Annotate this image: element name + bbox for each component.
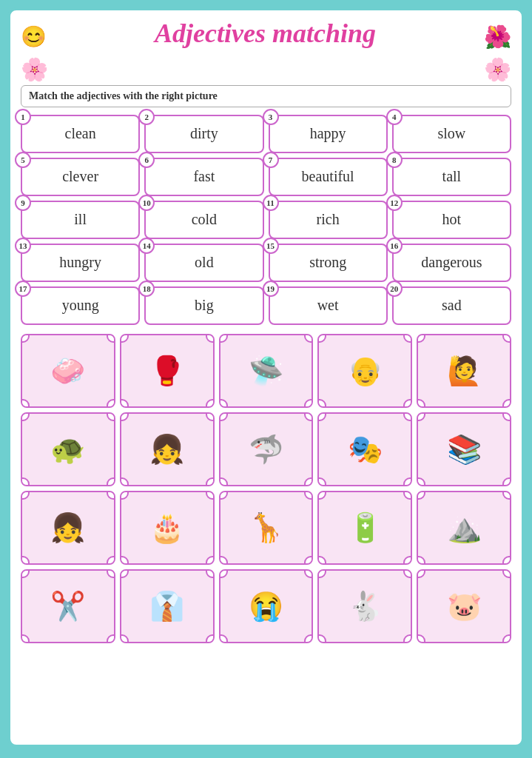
adj-card-8: 8 tall — [392, 158, 511, 196]
pic-emoji-16: ✂️ — [50, 592, 85, 620]
instruction-box: Match the adjectives with the right pict… — [21, 85, 511, 107]
adj-num-4: 4 — [386, 109, 403, 125]
corner-tr — [502, 569, 511, 578]
adj-card-2: 2 dirty — [144, 115, 263, 153]
pic-card-8: 🦈 — [219, 412, 314, 486]
adj-card-19: 19 wet — [269, 286, 388, 325]
corner-tr — [107, 491, 115, 500]
adj-num-5: 5 — [15, 152, 31, 168]
corner-br — [403, 556, 412, 565]
corner-br — [107, 556, 115, 565]
corner-tr — [304, 569, 313, 578]
adj-num-12: 12 — [386, 195, 403, 211]
adj-card-16: 16 dangerous — [392, 244, 511, 282]
pic-card-3: 🛸 — [219, 334, 314, 408]
adj-card-14: 14 old — [144, 244, 263, 282]
adj-num-16: 16 — [386, 238, 403, 254]
header-decos: 😊 Adjectives matching 🌺 — [21, 18, 511, 55]
pic-emoji-3: 🛸 — [249, 357, 283, 385]
corner-tl — [317, 569, 326, 578]
pic-emoji-11: 👧 — [50, 514, 85, 542]
title-text: Adjectives matching — [155, 19, 376, 48]
pic-emoji-6: 🐢 — [50, 435, 85, 463]
adj-card-10: 10 cold — [144, 201, 263, 239]
corner-br — [403, 399, 412, 408]
flower-right-icon: 🌺 — [484, 24, 511, 50]
adj-num-2: 2 — [138, 109, 155, 125]
corner-tr — [206, 412, 215, 421]
corner-br — [304, 477, 313, 486]
flower-row: 🌸 🌸 — [21, 56, 511, 82]
corner-tl — [120, 491, 129, 500]
adj-num-19: 19 — [263, 281, 279, 297]
corner-tl — [21, 334, 30, 343]
corner-bl — [417, 477, 425, 486]
corner-bl — [219, 477, 228, 486]
pic-card-17: 👔 — [120, 569, 215, 643]
corner-bl — [417, 399, 425, 408]
corner-bl — [317, 477, 326, 486]
corner-tr — [206, 334, 215, 343]
pic-emoji-19: 🐇 — [348, 592, 383, 620]
corner-br — [206, 399, 215, 408]
corner-br — [107, 634, 115, 643]
corner-tr — [304, 412, 313, 421]
adj-num-7: 7 — [263, 152, 279, 168]
corner-br — [502, 477, 511, 486]
adj-word-3: happy — [310, 125, 346, 142]
pic-card-6: 🐢 — [21, 412, 115, 486]
pic-emoji-4: 👴 — [348, 357, 383, 385]
corner-tr — [107, 334, 115, 343]
adj-card-7: 7 beautiful — [269, 158, 388, 196]
corner-tl — [219, 334, 228, 343]
adj-word-20: sad — [442, 297, 462, 314]
adj-word-1: clean — [65, 125, 96, 142]
pic-emoji-10: 📚 — [447, 435, 482, 463]
corner-tr — [403, 412, 412, 421]
corner-br — [107, 399, 115, 408]
corner-bl — [219, 556, 228, 565]
corner-tl — [317, 491, 326, 500]
corner-tl — [120, 569, 129, 578]
corner-br — [304, 399, 313, 408]
adj-card-4: 4 slow — [392, 115, 511, 153]
pic-card-5: 🙋 — [417, 334, 511, 408]
adj-word-10: cold — [192, 211, 217, 228]
corner-tr — [107, 569, 115, 578]
pic-card-18: 😭 — [219, 569, 314, 643]
page-title: Adjectives matching — [47, 18, 484, 49]
pic-card-4: 👴 — [317, 334, 412, 408]
pic-emoji-18: 😭 — [249, 592, 283, 620]
corner-tl — [21, 412, 30, 421]
adj-card-6: 6 fast — [144, 158, 263, 196]
corner-bl — [120, 399, 129, 408]
pic-card-12: 🎂 — [120, 491, 215, 565]
adj-num-3: 3 — [263, 109, 279, 125]
pic-emoji-15: ⛰️ — [447, 514, 482, 542]
corner-bl — [417, 634, 425, 643]
corner-tl — [120, 412, 129, 421]
corner-bl — [120, 477, 129, 486]
corner-tr — [502, 491, 511, 500]
corner-br — [107, 477, 115, 486]
pic-card-15: ⛰️ — [417, 491, 511, 565]
corner-tl — [219, 569, 228, 578]
adj-word-4: slow — [437, 125, 465, 142]
adj-card-1: 1 clean — [21, 115, 140, 153]
pic-card-9: 🎭 — [317, 412, 412, 486]
adj-word-13: hungry — [59, 254, 101, 271]
corner-tl — [417, 412, 425, 421]
corner-bl — [219, 634, 228, 643]
pic-emoji-2: 🥊 — [149, 357, 184, 385]
pic-card-20: 🐷 — [417, 569, 511, 643]
pic-emoji-5: 🙋 — [447, 357, 482, 385]
adj-num-6: 6 — [138, 152, 155, 168]
adjectives-grid: 1 clean 2 dirty 3 happy 4 slow 5 clever … — [21, 115, 511, 325]
corner-br — [403, 477, 412, 486]
corner-tr — [403, 569, 412, 578]
pic-card-13: 🦒 — [219, 491, 314, 565]
corner-tr — [304, 334, 313, 343]
corner-tl — [21, 569, 30, 578]
adj-word-12: hot — [442, 211, 462, 228]
corner-br — [206, 556, 215, 565]
